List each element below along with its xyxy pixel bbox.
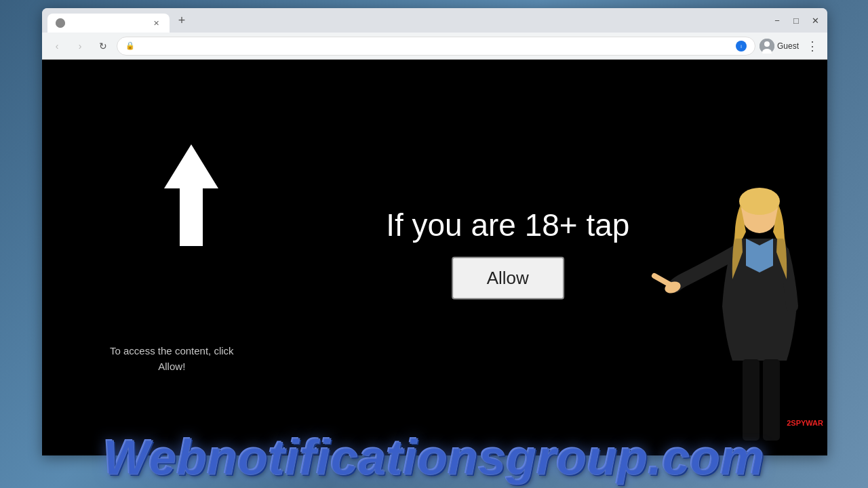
back-button[interactable]: ‹ (47, 37, 66, 56)
headline-text: If you are 18+ tap (386, 207, 629, 243)
close-button[interactable]: ✕ (808, 14, 822, 27)
subtext-line1: To access the content, click (110, 344, 234, 359)
arrow-container (161, 141, 222, 249)
allow-button[interactable]: Allow (452, 257, 564, 300)
title-bar: ✕ + − □ ✕ (42, 8, 827, 33)
profile-avatar (760, 39, 774, 54)
bottom-banner: Webnotificationsgroup.com (0, 427, 868, 488)
address-bar-row: ‹ › ↻ 🔒 i Guest ⋮ (42, 33, 827, 60)
spyware-badge: 2SPYWAR (784, 418, 826, 428)
spyware-label: 2SPYWAR (787, 419, 823, 427)
svg-marker-7 (164, 144, 218, 246)
browser-menu-button[interactable]: ⋮ (803, 37, 822, 56)
tab-bar: ✕ + (47, 11, 770, 30)
svg-point-9 (739, 188, 780, 215)
profile-button[interactable]: Guest (760, 39, 799, 54)
svg-point-1 (59, 22, 62, 24)
browser-content: If you are 18+ tap Allow To access the c… (42, 60, 827, 455)
banner-text: Webnotificationsgroup.com (103, 430, 765, 485)
svg-point-5 (764, 41, 770, 47)
forward-button[interactable]: › (71, 37, 90, 56)
subtext-line2: Allow! (110, 359, 234, 375)
tab-close-button[interactable]: ✕ (151, 18, 161, 28)
profile-label: Guest (777, 41, 799, 51)
page-info-indicator: i (736, 41, 747, 52)
person-image (624, 171, 814, 455)
browser-window: ✕ + − □ ✕ ‹ › ↻ 🔒 i (42, 8, 827, 455)
subtext: To access the content, click Allow! (110, 344, 234, 374)
window-controls: − □ ✕ (770, 14, 822, 27)
tab-favicon (56, 18, 65, 28)
browser-tab[interactable]: ✕ (47, 14, 170, 33)
new-tab-button[interactable]: + (172, 11, 191, 30)
main-content: If you are 18+ tap Allow (386, 207, 629, 300)
lock-icon: 🔒 (125, 41, 135, 50)
address-bar[interactable]: 🔒 i (117, 37, 755, 56)
woman-illustration (624, 171, 814, 455)
maximize-button[interactable]: □ (789, 14, 803, 27)
up-arrow-icon (161, 141, 222, 249)
refresh-button[interactable]: ↻ (94, 37, 113, 56)
minimize-button[interactable]: − (770, 14, 784, 27)
